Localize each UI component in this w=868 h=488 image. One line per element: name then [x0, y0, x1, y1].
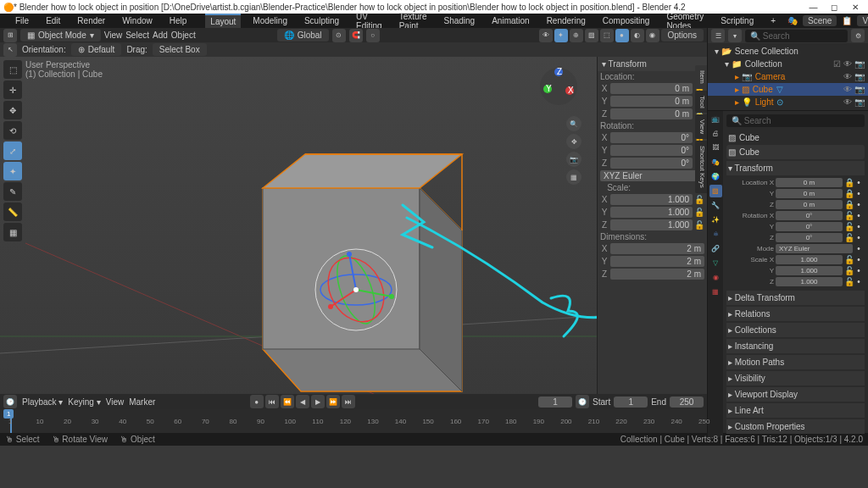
shading-wireframe-icon[interactable]: ⬚ — [600, 29, 614, 42]
rotate-tool[interactable]: ⟲ — [3, 121, 22, 140]
zoom-icon[interactable]: 🔍 — [566, 116, 581, 131]
proportional-editing-icon[interactable]: ○ — [366, 29, 380, 42]
props-tab-data[interactable]: ▽ — [709, 257, 722, 269]
eye-icon[interactable]: 👁 — [843, 97, 852, 107]
dim-x[interactable]: 2 m — [610, 243, 704, 254]
props-tab-texture[interactable]: ▦ — [709, 286, 722, 298]
props-custom-properties[interactable]: ▸ Custom Properties — [726, 419, 865, 434]
location-z[interactable]: 0 m — [610, 108, 693, 119]
props-tab-object[interactable]: ▨ — [709, 185, 722, 197]
rotation-x[interactable]: 0° — [610, 132, 693, 143]
mode-selector[interactable]: ▦ Object Mode ▾ — [20, 29, 101, 42]
props-tab-output[interactable]: 🖨 — [709, 127, 722, 140]
filter-icon[interactable]: ⚙ — [851, 29, 865, 42]
props-motion-paths[interactable]: ▸ Motion Paths — [726, 355, 865, 369]
keying-menu[interactable]: Keying ▾ — [68, 397, 100, 407]
props-tab-physics[interactable]: ⚛ — [709, 228, 722, 241]
render-icon[interactable]: 📷 — [854, 85, 865, 94]
end-frame[interactable]: 250 — [670, 396, 704, 408]
tab-compositing[interactable]: Compositing — [598, 14, 655, 27]
props-tab-particles[interactable]: ✨ — [709, 214, 722, 226]
props-loc-y[interactable]: 0 m — [776, 189, 843, 198]
minimize-button[interactable]: — — [804, 3, 822, 12]
props-tab-material[interactable]: ◉ — [709, 271, 722, 284]
props-lock-loc-z-icon[interactable]: 🔒 — [844, 200, 853, 209]
move-tool[interactable]: ✥ — [3, 101, 22, 119]
autokey-icon[interactable]: ● — [250, 395, 264, 408]
transform-orientation[interactable]: 🌐 Global — [277, 29, 329, 42]
add-tool[interactable]: ▦ — [3, 223, 22, 241]
props-tab-modifiers[interactable]: 🔧 — [709, 199, 722, 212]
editor-type-icon[interactable]: ⊞ — [3, 29, 17, 42]
props-scale-z[interactable]: 1.000 — [776, 277, 843, 286]
menu-window[interactable]: Window — [117, 14, 158, 27]
rotation-z[interactable]: 0° — [610, 158, 693, 169]
measure-tool[interactable]: 📏 — [3, 202, 22, 221]
play-icon[interactable]: ▶ — [311, 395, 325, 408]
menu-render[interactable]: Render — [72, 14, 110, 27]
props-scale-x[interactable]: 1.000 — [776, 255, 843, 264]
lock-scale-z-icon[interactable]: 🔓 — [694, 220, 704, 230]
jump-end-icon[interactable]: ⏭ — [342, 395, 355, 408]
props-rotation-mode[interactable]: XYZ Euler — [776, 244, 853, 253]
eye-icon[interactable]: 👁 — [843, 59, 852, 69]
outliner-collection[interactable]: ▾ 📁 Collection ☑👁📷 — [708, 58, 868, 70]
transform-panel-header[interactable]: ▾ Transform — [598, 57, 707, 71]
gizmo-toggle-icon[interactable]: ✦ — [554, 29, 568, 42]
pivot-icon[interactable]: ⊙ — [332, 29, 346, 42]
outliner-search[interactable]: 🔍 Search — [745, 30, 848, 42]
select-tool[interactable]: ⬚ — [3, 60, 22, 79]
tab-view[interactable]: View — [695, 114, 707, 139]
start-frame[interactable]: 1 — [614, 396, 648, 408]
outliner-display-mode-icon[interactable]: ▾ — [728, 29, 742, 42]
location-y[interactable]: 0 m — [610, 96, 693, 107]
scene-selector[interactable]: Scene — [803, 15, 837, 26]
tab-animation[interactable]: Animation — [487, 14, 534, 27]
marker-menu[interactable]: Marker — [129, 397, 155, 407]
props-delta-transform[interactable]: ▸ Delta Transform — [726, 291, 865, 305]
props-rot-x[interactable]: 0° — [776, 211, 843, 220]
eye-icon[interactable]: 👁 — [843, 72, 852, 81]
props-visibility[interactable]: ▸ Visibility — [726, 371, 865, 385]
render-icon[interactable]: 📷 — [854, 97, 865, 107]
props-collections[interactable]: ▸ Collections — [726, 323, 865, 337]
tab-item[interactable]: Item — [695, 65, 707, 89]
viewport-options[interactable]: Options — [661, 29, 704, 42]
transform-tool[interactable]: ✦ — [3, 162, 22, 180]
timeline-editor-icon[interactable]: 🕑 — [3, 395, 17, 408]
outliner-light[interactable]: ▸ 💡 Light ⊙ 👁📷 — [708, 96, 868, 108]
dim-y[interactable]: 2 m — [610, 256, 704, 267]
viewport-menu-select[interactable]: Select — [125, 30, 149, 40]
menu-help[interactable]: Help — [164, 14, 192, 27]
persp-ortho-icon[interactable]: ▦ — [566, 169, 581, 185]
tab-shortcut-keys[interactable]: Shortcut Keys — [695, 141, 707, 193]
eye-icon[interactable]: 👁 — [843, 85, 852, 94]
lock-scale-y-icon[interactable]: 🔓 — [694, 208, 704, 217]
viewport-menu-view[interactable]: View — [104, 30, 123, 40]
scale-y[interactable]: 1.000 — [610, 207, 693, 218]
outliner-editor-icon[interactable]: ☰ — [711, 29, 725, 42]
tool-icon[interactable]: ↖ — [3, 43, 17, 57]
props-viewport-display[interactable]: ▸ Viewport Display — [726, 387, 865, 402]
exclude-icon[interactable]: ☑ — [833, 59, 841, 69]
jump-start-icon[interactable]: ⏮ — [265, 395, 279, 408]
shading-solid-icon[interactable]: ● — [615, 29, 629, 42]
shading-rendered-icon[interactable]: ◉ — [646, 29, 659, 42]
tab-sculpting[interactable]: Sculpting — [299, 14, 344, 27]
scale-z[interactable]: 1.000 — [610, 219, 693, 230]
pan-icon[interactable]: ✥ — [566, 134, 581, 149]
nav-gizmo[interactable]: X Z Y — [537, 65, 580, 108]
props-scale-y[interactable]: 1.000 — [776, 266, 843, 275]
tab-scripting[interactable]: Scripting — [715, 14, 759, 27]
props-line-art[interactable]: ▸ Line Art — [726, 403, 865, 418]
playback-menu[interactable]: Playback ▾ — [22, 397, 63, 407]
props-relations[interactable]: ▸ Relations — [726, 307, 865, 321]
menu-edit[interactable]: Edit — [41, 14, 65, 27]
timeline-view-menu[interactable]: View — [106, 397, 125, 407]
annotate-tool[interactable]: ✎ — [3, 182, 22, 201]
render-icon[interactable]: 📷 — [854, 72, 865, 81]
tab-modeling[interactable]: Modeling — [248, 14, 292, 27]
location-x[interactable]: 0 m — [610, 83, 693, 94]
props-loc-z[interactable]: 0 m — [776, 200, 843, 209]
props-lock-loc-y-icon[interactable]: 🔒 — [844, 189, 853, 198]
